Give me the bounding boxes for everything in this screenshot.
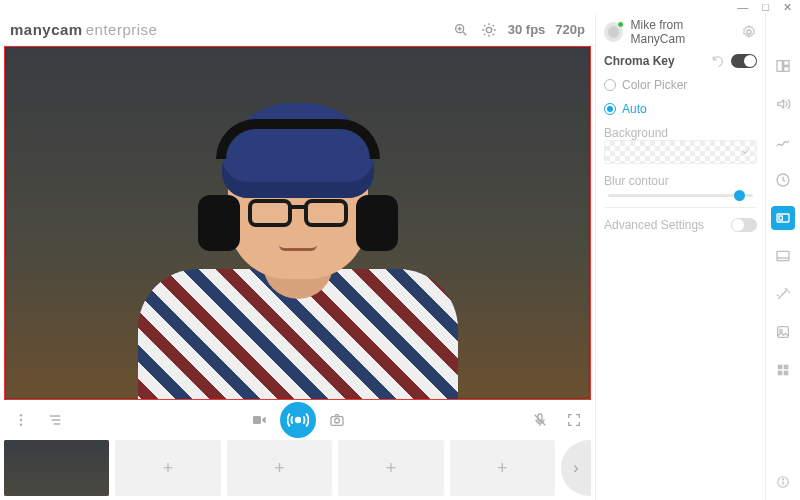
svg-point-5 — [20, 414, 22, 416]
close-button[interactable]: ✕ — [783, 2, 792, 13]
preset-thumb-2[interactable]: + — [115, 440, 220, 496]
svg-point-27 — [780, 329, 783, 332]
svg-point-4 — [486, 27, 491, 32]
audio-tab-icon[interactable] — [771, 92, 795, 116]
presets-tab-icon[interactable] — [771, 54, 795, 78]
svg-rect-31 — [784, 371, 789, 376]
advanced-settings-row[interactable]: Advanced Settings — [604, 218, 757, 232]
preset-thumb-1[interactable] — [4, 440, 109, 496]
preset-thumbnails: + + + + › — [0, 440, 595, 500]
background-label: Background — [604, 126, 757, 140]
user-name: Mike from ManyCam — [631, 18, 733, 46]
playlist-icon[interactable] — [42, 407, 68, 433]
svg-rect-24 — [777, 251, 789, 260]
svg-point-7 — [20, 423, 22, 425]
svg-rect-23 — [779, 216, 782, 220]
mic-toggle-icon[interactable] — [527, 407, 553, 433]
overlay-tab-icon[interactable] — [771, 320, 795, 344]
chroma-key-header: Chroma Key — [604, 54, 757, 68]
svg-rect-30 — [778, 371, 783, 376]
window-controls: — □ ✕ — [0, 0, 800, 14]
svg-point-17 — [747, 30, 751, 34]
top-bar: manycamenterprise 30 fps 720p — [0, 14, 595, 46]
right-sidebar — [766, 14, 800, 500]
preset-thumb-4[interactable]: + — [338, 440, 443, 496]
svg-rect-19 — [784, 61, 789, 66]
preset-thumb-5[interactable]: + — [450, 440, 555, 496]
color-picker-label: Color Picker — [622, 78, 687, 92]
svg-rect-26 — [778, 327, 789, 338]
grid-tab-icon[interactable] — [771, 358, 795, 382]
advanced-toggle[interactable] — [731, 218, 757, 232]
chroma-key-toggle[interactable] — [731, 54, 757, 68]
history-tab-icon[interactable] — [771, 168, 795, 192]
svg-rect-18 — [777, 61, 782, 72]
draw-tab-icon[interactable] — [771, 130, 795, 154]
video-preview[interactable] — [4, 46, 591, 400]
mode-auto[interactable]: Auto — [604, 102, 757, 116]
panel-title: Chroma Key — [604, 54, 675, 68]
snapshot-icon[interactable] — [324, 407, 350, 433]
effects-tab-icon[interactable] — [771, 282, 795, 306]
effects-panel: Mike from ManyCam Chroma Key Color Picke… — [596, 14, 766, 500]
preset-thumb-3[interactable]: + — [227, 440, 332, 496]
maximize-button[interactable]: □ — [762, 2, 769, 13]
svg-line-1 — [463, 32, 466, 35]
svg-point-12 — [295, 418, 300, 423]
mode-color-picker[interactable]: Color Picker — [604, 78, 757, 92]
svg-rect-11 — [253, 416, 261, 424]
blur-label: Blur contour — [604, 174, 757, 188]
brightness-icon[interactable] — [480, 21, 498, 39]
presence-dot — [617, 21, 624, 28]
svg-point-14 — [334, 418, 339, 423]
minimize-button[interactable]: — — [737, 2, 748, 13]
info-icon[interactable] — [771, 470, 795, 494]
preset-next-button[interactable]: › — [561, 440, 591, 496]
app-logo: manycamenterprise — [10, 21, 157, 38]
stream-button[interactable] — [280, 402, 316, 438]
gear-icon[interactable] — [741, 24, 757, 40]
blur-slider[interactable] — [608, 194, 753, 197]
control-bar — [0, 400, 595, 440]
radio-icon — [604, 79, 616, 91]
background-picker[interactable] — [604, 140, 757, 164]
zoom-icon[interactable] — [452, 21, 470, 39]
avatar[interactable] — [604, 22, 623, 42]
advanced-label: Advanced Settings — [604, 218, 704, 232]
reset-icon[interactable] — [711, 54, 725, 68]
fps-indicator[interactable]: 30 fps — [508, 22, 546, 37]
chroma-tab-icon[interactable] — [771, 206, 795, 230]
user-row: Mike from ManyCam — [604, 20, 757, 44]
svg-point-6 — [20, 419, 22, 421]
svg-rect-20 — [784, 67, 789, 72]
svg-rect-28 — [778, 365, 783, 370]
video-toggle-icon[interactable] — [246, 407, 272, 433]
svg-point-34 — [782, 479, 783, 480]
radio-icon — [604, 103, 616, 115]
lower-third-tab-icon[interactable] — [771, 244, 795, 268]
fullscreen-icon[interactable] — [561, 407, 587, 433]
more-icon[interactable] — [8, 407, 34, 433]
svg-rect-29 — [784, 365, 789, 370]
auto-label: Auto — [622, 102, 647, 116]
resolution-indicator[interactable]: 720p — [555, 22, 585, 37]
